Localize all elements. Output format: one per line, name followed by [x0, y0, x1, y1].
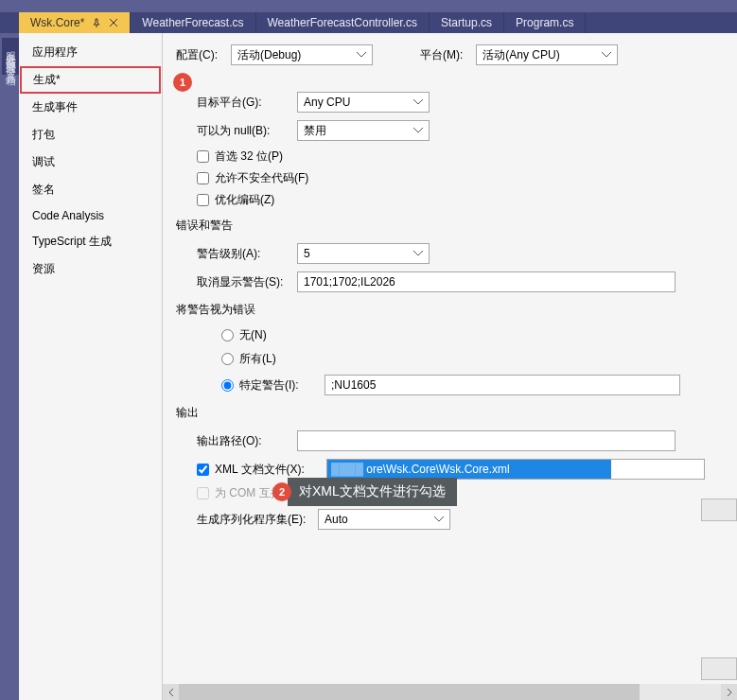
config-select[interactable]: 活动(Debug) — [231, 44, 373, 65]
optimize-checkbox[interactable] — [197, 194, 209, 206]
horizontal-scrollbar[interactable] — [163, 684, 737, 700]
xml-doc-path-text: ore\Wsk.Core\Wsk.Core.xml — [366, 463, 509, 476]
xml-doc-checkbox[interactable] — [197, 464, 209, 476]
browse-output-button[interactable] — [701, 499, 737, 521]
xml-doc-label: XML 文档文件(X): — [215, 462, 321, 478]
scroll-thumb[interactable] — [179, 684, 640, 700]
prefer-32bit-label: 首选 32 位(P) — [215, 149, 283, 165]
properties-sidebar: 应用程序 生成* 生成事件 打包 调试 签名 Code Analysis Typ… — [19, 33, 163, 700]
document-tabs: Wsk.Core* WeatherForecast.cs WeatherFore… — [0, 12, 737, 33]
treat-specific-label: 特定警告(I): — [239, 377, 319, 394]
tab-weather-controller[interactable]: WeatherForecastController.cs — [256, 12, 430, 33]
output-path-label: 输出路径(O): — [197, 433, 297, 449]
com-register-checkbox — [197, 487, 209, 499]
pin-icon[interactable] — [92, 18, 101, 27]
treat-none-radio[interactable] — [221, 329, 234, 341]
scroll-left-icon[interactable] — [163, 684, 179, 700]
treat-all-label: 所有(L) — [239, 351, 276, 367]
sidebar-item-resources[interactable]: 资源 — [19, 255, 162, 283]
prefer-32bit-checkbox[interactable] — [197, 150, 209, 163]
treat-all-radio[interactable] — [221, 353, 234, 365]
serializer-select[interactable]: Auto — [318, 509, 450, 530]
treat-specific-input[interactable] — [325, 375, 680, 395]
annotation-callout-1: 1 — [173, 73, 192, 92]
suppress-warnings-input[interactable] — [297, 271, 676, 292]
target-platform-label: 目标平台(G): — [197, 95, 297, 111]
tab-label: Wsk.Core* — [30, 16, 84, 29]
build-settings-content: 配置(C): 活动(Debug) 平台(M): 活动(Any CPU) 目标平台… — [163, 33, 737, 700]
sidebar-item-application[interactable]: 应用程序 — [19, 39, 162, 66]
suppress-warnings-label: 取消显示警告(S): — [197, 274, 297, 290]
optimize-label: 优化编码(Z) — [215, 192, 274, 208]
annotation-tooltip: 对XML文档文件进行勾选 — [288, 478, 457, 506]
tab-wsk-core[interactable]: Wsk.Core* — [19, 12, 131, 33]
output-section-header: 输出 — [176, 405, 737, 421]
scroll-right-icon[interactable] — [721, 684, 737, 700]
serializer-label: 生成序列化程序集(E): — [197, 512, 318, 528]
tab-label: Program.cs — [516, 16, 573, 29]
sidebar-item-debug[interactable]: 调试 — [19, 149, 162, 176]
sidebar-item-code-analysis[interactable]: Code Analysis — [19, 203, 162, 228]
tab-weather-forecast[interactable]: WeatherForecast.cs — [131, 12, 255, 33]
annotation-callout-2: 2 — [272, 482, 291, 501]
output-path-input[interactable] — [297, 430, 676, 451]
tab-program[interactable]: Program.cs — [504, 12, 586, 33]
sidebar-item-signing[interactable]: 签名 — [19, 176, 162, 203]
tab-label: WeatherForecastController.cs — [268, 16, 418, 29]
advanced-button[interactable] — [701, 657, 737, 680]
tab-label: Startup.cs — [441, 16, 492, 29]
errors-section-header: 错误和警告 — [176, 218, 737, 234]
project-properties-pane: 应用程序 生成* 生成事件 打包 调试 签名 Code Analysis Typ… — [19, 33, 737, 700]
platform-select[interactable]: 活动(Any CPU) — [476, 44, 618, 65]
tab-startup[interactable]: Startup.cs — [430, 12, 504, 33]
treat-none-label: 无(N) — [239, 327, 267, 343]
nullable-select[interactable]: 禁用 — [297, 120, 430, 141]
unsafe-code-label: 允许不安全代码(F) — [215, 170, 308, 186]
vertical-toolwindow-tab[interactable]: 服务器资源管理器 工具箱 — [2, 38, 20, 75]
warning-level-select[interactable]: 5 — [297, 243, 430, 264]
close-icon[interactable] — [109, 18, 118, 27]
treat-section-header: 将警告视为错误 — [176, 302, 737, 318]
treat-specific-radio[interactable] — [221, 379, 234, 392]
platform-label: 平台(M): — [420, 47, 463, 63]
warning-level-label: 警告级别(A): — [197, 246, 297, 262]
config-label: 配置(C): — [176, 47, 218, 63]
unsafe-code-checkbox[interactable] — [197, 172, 209, 184]
target-platform-select[interactable]: Any CPU — [297, 92, 430, 113]
sidebar-item-package[interactable]: 打包 — [19, 121, 162, 149]
sidebar-item-build[interactable]: 生成* — [20, 66, 161, 94]
sidebar-item-build-events[interactable]: 生成事件 — [19, 94, 162, 121]
tab-label: WeatherForecast.cs — [142, 16, 243, 29]
sidebar-item-typescript[interactable]: TypeScript 生成 — [19, 228, 162, 255]
nullable-label: 可以为 null(B): — [197, 123, 297, 139]
